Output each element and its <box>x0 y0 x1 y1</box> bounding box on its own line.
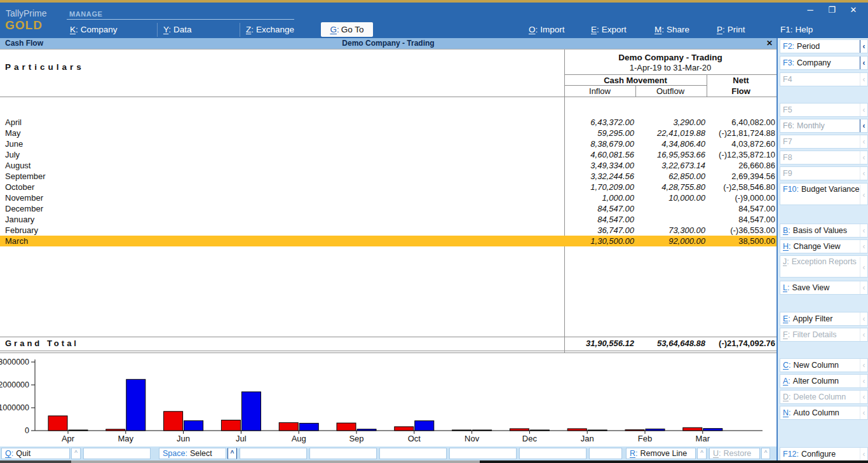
outflow-bar-jan <box>588 430 607 431</box>
sidebar-button-company[interactable]: F3:Company‹ <box>780 56 868 70</box>
sidebar-button-alter-column[interactable]: A:Alter Column‹ <box>780 374 868 388</box>
cash-flow-report: Particulars Demo Company - Trading 1-Apr… <box>0 49 776 446</box>
sidebar-button-auto-column[interactable]: N:Auto Column‹ <box>780 406 868 420</box>
sidebar-button-save-view[interactable]: L:Save View‹ <box>780 281 868 295</box>
header-line <box>564 85 707 86</box>
close-icon[interactable]: ✕ <box>843 3 864 17</box>
menu-data[interactable]: Y:Data <box>163 23 192 36</box>
menu-share[interactable]: M:Share <box>654 23 689 36</box>
svg-text:Sep: Sep <box>349 434 363 443</box>
table-row-february[interactable]: February36,747.0073,300.00(-)36,553.00 <box>0 225 776 236</box>
tallyprime-window: TallyPrime GOLD MANAGE K:Company Y:Data … <box>0 0 868 463</box>
restore-line-button: U:Restore Line <box>709 448 760 459</box>
table-row-march-selected[interactable]: March1,30,500.0092,000.0038,500.00 <box>0 236 776 246</box>
sidebar-button-monthly[interactable]: F6:Monthly‹ <box>780 119 868 133</box>
table-row-january[interactable]: January84,547.0084,547.00 <box>0 214 776 225</box>
sidebar-button-f5: F5‹ <box>780 103 868 117</box>
brand-gold: GOLD <box>5 18 43 32</box>
top-menu-bar: TallyPrime GOLD MANAGE K:Company Y:Data … <box>0 3 868 38</box>
sidebar-button-f9: F9‹ <box>780 166 868 180</box>
expand-caret-icon[interactable]: ^ <box>71 448 81 459</box>
menu-print[interactable]: P:Print <box>717 23 745 36</box>
outflow-bar-jul <box>241 392 261 431</box>
sidebar-button-new-column[interactable]: C:New Column‹ <box>780 358 868 372</box>
chevron-left-icon: ‹ <box>860 42 867 51</box>
svg-text:Jun: Jun <box>177 434 190 443</box>
chevron-left-icon: ‹ <box>860 169 867 178</box>
menu-import[interactable]: O:Import <box>529 23 565 36</box>
particulars-header: Particulars <box>5 62 85 72</box>
quit-button[interactable]: Q:Quit <box>1 448 70 459</box>
inflow-bar-feb <box>625 430 644 431</box>
table-row-may[interactable]: May59,295.0022,41,019.88(-)21,81,724.88 <box>0 128 776 138</box>
table-row-august[interactable]: August3,49,334.003,22,673.1426,660.86 <box>0 160 776 171</box>
inflow-bar-mar <box>683 427 702 431</box>
table-row-october[interactable]: October1,70,209.004,28,755.80(-)2,58,546… <box>0 182 776 192</box>
chevron-left-icon: ‹ <box>860 314 867 323</box>
header-company: Demo Company - Trading <box>565 53 776 62</box>
minimize-icon[interactable]: ─ <box>799 3 821 17</box>
chevron-left-icon: ‹ <box>860 393 867 401</box>
report-close-icon[interactable]: ✕ <box>766 38 773 48</box>
bottombar-empty-cell <box>379 448 447 459</box>
table-row-september[interactable]: September3,32,244.5662,850.002,69,394.56 <box>0 171 776 182</box>
svg-text:2000000: 2000000 <box>0 380 29 389</box>
sidebar-button-basis-of-values[interactable]: B:Basis of Values‹ <box>780 224 868 238</box>
table-row-april[interactable]: April6,43,372.003,290.006,40,082.00 <box>0 117 776 128</box>
bottombar-empty-cell <box>83 448 151 459</box>
manage-section-label: MANAGE <box>69 10 103 18</box>
select-button[interactable]: Space:Select <box>159 448 226 459</box>
sidebar-button-apply-filter[interactable]: E:Apply Filter‹ <box>780 312 868 326</box>
menu-export[interactable]: E:Export <box>591 23 627 36</box>
bottombar-empty-cell <box>240 448 307 459</box>
table-row-november[interactable]: November1,000.0010,000.00(-)9,000.00 <box>0 192 776 203</box>
table-row-december[interactable]: December84,547.0084,547.00 <box>0 203 776 214</box>
remove-line-button[interactable]: R:Remove Line <box>626 448 696 459</box>
svg-text:Apr: Apr <box>62 434 75 443</box>
header-period: 1-Apr-19 to 31-Mar-20 <box>565 63 776 72</box>
expand-caret-icon: ^ <box>761 448 770 459</box>
svg-text:3000000: 3000000 <box>0 358 29 366</box>
outflow-bar-mar <box>703 429 722 431</box>
goto-button[interactable]: G:Go To <box>321 22 373 37</box>
header-flow: Flow <box>707 86 775 96</box>
menu-help[interactable]: F1:Help <box>780 23 813 36</box>
chevron-left-icon: ‹ <box>860 283 867 292</box>
expand-caret-icon[interactable]: ^ <box>697 448 707 459</box>
inflow-bar-jun <box>164 412 183 431</box>
sidebar-button-period[interactable]: F2:Period‹ <box>780 39 868 53</box>
sidebar-button-exception-reports: J:Exception Reports‹ <box>780 255 868 278</box>
restore-icon[interactable]: ❐ <box>821 3 843 17</box>
bottombar-empty-cell <box>519 448 587 459</box>
inflow-bar-aug <box>279 422 298 431</box>
sidebar-button-budget-variance[interactable]: F10:Budget Variance‹ <box>780 183 868 205</box>
menu-separator <box>157 23 158 37</box>
inflow-bar-apr <box>48 416 67 431</box>
sidebar-button-configure[interactable]: F12:Configure‹ <box>780 447 868 461</box>
expand-caret-icon[interactable]: ^ <box>227 448 237 459</box>
outflow-bar-jun <box>184 420 203 431</box>
inflow-bar-sep <box>337 423 356 431</box>
sidebar-button-change-view[interactable]: H:Change View‹ <box>780 239 868 253</box>
company-name: Demo Company - Trading <box>0 38 776 49</box>
window-controls: ─❐✕ <box>799 3 864 17</box>
inflow-bar-dec <box>510 429 529 431</box>
svg-text:Dec: Dec <box>522 434 538 443</box>
inflow-bar-nov <box>452 430 471 431</box>
header-cash-movement: Cash Movement <box>565 76 706 85</box>
svg-text:1000000: 1000000 <box>0 403 29 412</box>
sidebar-button-f8: F8‹ <box>780 151 868 164</box>
chevron-left-icon: ‹ <box>860 242 867 251</box>
bottombar-empty-cell <box>449 448 517 459</box>
menu-exchange[interactable]: Z:Exchange <box>246 23 294 36</box>
chevron-left-icon: ‹ <box>860 191 867 199</box>
table-row-july[interactable]: July4,60,081.5616,95,953.66(-)12,35,872.… <box>0 149 776 160</box>
outflow-bar-oct <box>415 421 434 431</box>
menu-company[interactable]: K:Company <box>70 23 118 36</box>
sidebar-button-f4: F4‹ <box>780 72 868 86</box>
table-row-june[interactable]: June8,38,679.004,34,806.404,03,872.60 <box>0 138 776 149</box>
chevron-left-icon: ‹ <box>860 450 867 459</box>
taskbar-sliver <box>0 460 868 463</box>
grand-total-bottom-line <box>0 351 776 351</box>
chevron-left-icon: ‹ <box>860 121 867 130</box>
